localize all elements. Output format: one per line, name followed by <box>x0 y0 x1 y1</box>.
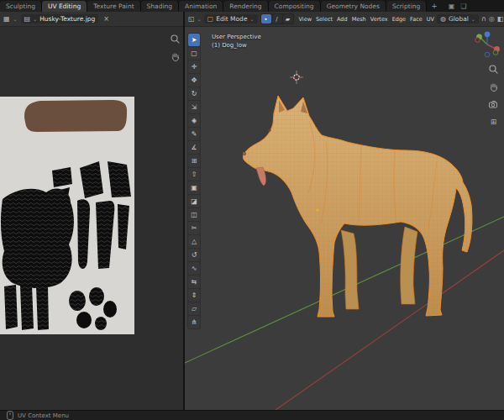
uv-editor-type-icon[interactable]: ▦ <box>3 15 10 23</box>
tool-tweak[interactable]: ➤ <box>188 34 200 46</box>
chevron-down-icon: ⌄ <box>471 16 475 22</box>
uv-editor-header: ▦ ⌄ ▤ ⌄ Husky-Texture.jpg × <box>0 12 183 27</box>
edit-mode-cube-icon: ▢ <box>207 15 214 23</box>
navigation-gizmo[interactable] <box>473 29 501 58</box>
image-browse-icon: ▤ <box>24 15 31 23</box>
zoom-gizmo-icon[interactable] <box>170 34 181 45</box>
xray-toggle-icon[interactable]: ◧ <box>497 15 504 23</box>
viewport-scene[interactable] <box>185 27 504 410</box>
uv-editor-canvas[interactable] <box>0 27 183 410</box>
tool-move[interactable]: ✥ <box>188 74 200 87</box>
mouse-icon <box>7 411 13 420</box>
median-point <box>316 208 318 211</box>
axis-x-red <box>276 250 504 410</box>
menu-select[interactable]: Select <box>316 16 333 23</box>
nose <box>243 152 246 155</box>
chevron-down-icon: ⌄ <box>13 16 18 22</box>
menu-mesh[interactable]: Mesh <box>352 16 366 23</box>
camera-view-icon[interactable] <box>488 99 499 110</box>
uv-texture-image[interactable] <box>0 97 134 334</box>
zoom-gizmo-icon[interactable] <box>488 64 499 75</box>
workspace-tab-compositing[interactable]: Compositing <box>269 1 321 12</box>
statusbar: UV Context Menu <box>0 410 504 420</box>
snap-magnet-icon[interactable]: ∩ <box>481 15 486 23</box>
tool-cursor[interactable]: ✛ <box>188 60 200 73</box>
workspace-tab-rendering[interactable]: Rendering <box>223 1 268 12</box>
chevron-down-icon: ⌄ <box>250 16 255 22</box>
orientation-dropdown[interactable]: ◍ Global ⌄ <box>437 14 479 24</box>
workspace-tab-uv-editing[interactable]: UV Editing <box>42 1 87 12</box>
tool-shear[interactable]: ▱ <box>188 302 200 315</box>
viewport-editor-type-icon[interactable]: ◱ <box>188 15 195 23</box>
tool-rip-region[interactable]: ⋔ <box>188 316 200 328</box>
cursor-3d-icon <box>290 71 303 84</box>
unlink-image-button[interactable]: × <box>102 15 111 23</box>
viewport-canvas[interactable]: User Perspective (1) Dog_low ➤▢✛✥↻⇲◈✎∡⊞⇧… <box>185 27 504 410</box>
menu-vertex[interactable]: Vertex <box>370 16 388 23</box>
tool-measure[interactable]: ∡ <box>188 141 200 154</box>
orientation-label: Global <box>449 15 469 23</box>
tool-select-box[interactable]: ▢ <box>188 47 200 60</box>
select-mode-edge[interactable]: ∕ <box>272 14 282 24</box>
select-mode-buttons: ∙∕▰ <box>260 13 294 24</box>
mode-label: Edit Mode <box>216 15 247 23</box>
blender-window: SculptingUV EditingTexture PaintShadingA… <box>0 0 504 420</box>
workspace-tab-sculpting[interactable]: Sculpting <box>0 1 42 12</box>
image-name: Husky-Texture.jpg <box>39 15 95 23</box>
workspace-tab-texture-paint[interactable]: Texture Paint <box>87 1 140 12</box>
menu-add[interactable]: Add <box>337 16 348 23</box>
menu-face[interactable]: Face <box>410 16 423 23</box>
tool-poly-build[interactable]: △ <box>188 235 200 248</box>
chevron-down-icon: ⌄ <box>197 16 202 22</box>
menu-view[interactable]: View <box>299 16 312 23</box>
chevron-down-icon: ⌄ <box>33 16 37 22</box>
viewport-menus: ViewSelectAddMeshVertexEdgeFaceUV <box>299 16 434 23</box>
ortho-grid-icon[interactable]: ⊞ <box>491 117 497 127</box>
tool-rotate[interactable]: ↻ <box>188 87 200 100</box>
menu-edge[interactable]: Edge <box>392 16 406 23</box>
tool-spin[interactable]: ↺ <box>188 249 200 261</box>
tool-smooth[interactable]: ∿ <box>188 262 200 275</box>
pan-hand-icon[interactable] <box>170 51 181 62</box>
globe-icon: ◍ <box>440 15 446 23</box>
workspace-tabs: SculptingUV EditingTexture PaintShadingA… <box>0 0 427 12</box>
tool-loop-cut[interactable]: ◫ <box>188 208 200 221</box>
tool-knife[interactable]: ✂ <box>188 222 200 234</box>
workspace-tab-animation[interactable]: Animation <box>179 1 223 12</box>
context-hint: UV Context Menu <box>18 412 69 419</box>
workspace-tab-geometry-nodes[interactable]: Geometry Nodes <box>321 1 386 12</box>
viewport-header: ◱ ⌄ ▢ Edit Mode ⌄ ∙∕▰ ViewSelectAddMeshV… <box>185 12 504 27</box>
tool-bevel[interactable]: ◪ <box>188 195 200 207</box>
scene-icon[interactable]: ▣ <box>449 3 455 10</box>
tool-annotate[interactable]: ✎ <box>188 128 200 140</box>
eye <box>268 129 270 131</box>
topbar: SculptingUV EditingTexture PaintShadingA… <box>0 0 504 12</box>
pan-hand-icon[interactable] <box>488 81 499 92</box>
tool-add-cube[interactable]: ⊞ <box>188 155 200 167</box>
tool-edge-slide[interactable]: ⇆ <box>188 276 200 288</box>
viewport-toolbar: ➤▢✛✥↻⇲◈✎∡⊞⇧▣◪◫✂△↺∿⇆⇕▱⋔ <box>187 33 201 329</box>
image-datablock-selector[interactable]: ▤ ⌄ Husky-Texture.jpg <box>21 14 99 24</box>
mode-dropdown[interactable]: ▢ Edit Mode ⌄ <box>204 14 258 24</box>
workspace-tab-scripting[interactable]: Scripting <box>386 1 427 12</box>
tool-transform[interactable]: ◈ <box>188 114 200 127</box>
tool-extrude-region[interactable]: ⇧ <box>188 168 200 181</box>
object-label: (1) Dog_low <box>212 41 261 50</box>
tool-shrink-fatten[interactable]: ⇕ <box>188 289 200 302</box>
viewport-overlay-text: User Perspective (1) Dog_low <box>212 33 261 50</box>
perspective-label: User Perspective <box>212 33 261 41</box>
select-mode-vertex[interactable]: ∙ <box>261 14 271 24</box>
view-layer-icon[interactable]: ❏ <box>460 3 466 10</box>
tool-inset-faces[interactable]: ▣ <box>188 181 200 194</box>
tool-scale[interactable]: ⇲ <box>188 101 200 113</box>
menu-uv[interactable]: UV <box>427 16 434 23</box>
proportional-editing-icon[interactable]: ◎ <box>489 15 495 23</box>
add-workspace-button[interactable]: + <box>427 1 442 12</box>
select-mode-face[interactable]: ▰ <box>283 14 293 24</box>
workspace-tab-shading[interactable]: Shading <box>141 1 179 12</box>
